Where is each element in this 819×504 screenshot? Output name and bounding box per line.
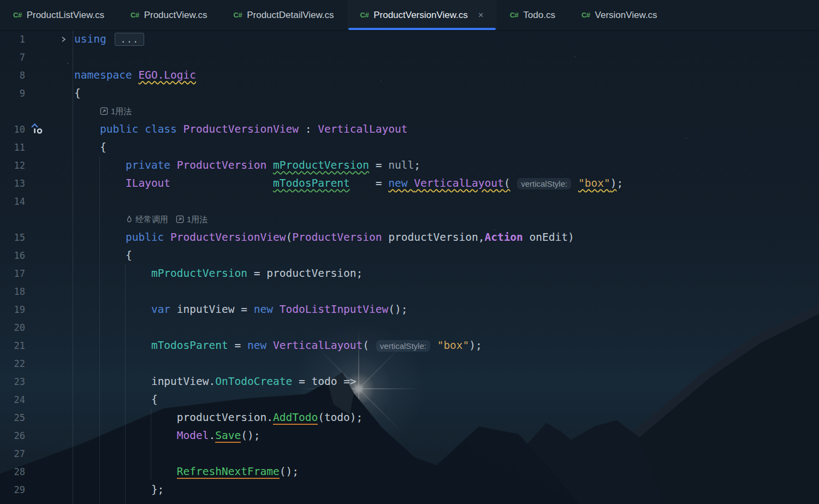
csharp-icon: C# <box>360 11 369 19</box>
token-sp <box>74 159 126 171</box>
code-line: 8namespace EGO.Logic <box>0 66 819 84</box>
code-line: 28 RefreshNextFrame(); <box>0 463 819 481</box>
gutter-icons <box>25 282 73 300</box>
code-text: private ProductVersion mProductVersion =… <box>73 156 420 174</box>
gutter-icons <box>25 300 73 318</box>
code-editor[interactable]: 1using ...78namespace EGO.Logic9{1用法10 p… <box>0 30 819 504</box>
gutter-icons <box>25 372 73 390</box>
token-plain: = todo => <box>292 375 356 388</box>
line-number: 20 <box>0 322 25 333</box>
token-sp <box>74 411 177 424</box>
token-sp <box>74 429 177 442</box>
line-number: 27 <box>0 448 25 459</box>
code-text: RefreshNextFrame(); <box>73 463 299 481</box>
token-kw: public <box>126 231 170 244</box>
close-icon[interactable]: × <box>478 10 484 20</box>
token-plain: = <box>350 177 388 189</box>
code-line: 24 { <box>0 390 819 408</box>
token-plain: ) <box>610 177 617 189</box>
token-plain: . <box>209 429 216 442</box>
token-plain: { <box>74 87 81 99</box>
tab-versionview-cs[interactable]: C#VersionView.cs <box>568 0 670 30</box>
fold-arrow-icon[interactable] <box>60 35 67 43</box>
tab-productversionview-cs[interactable]: C#ProductVersionView.cs× <box>347 0 497 30</box>
line-number: 9 <box>0 88 25 99</box>
code-line: 25 productVersion.AddTodo(todo); <box>0 408 819 426</box>
token-plain: (); <box>280 465 299 478</box>
code-line: 1using ... <box>0 30 819 48</box>
code-line: 13 ILayout mTodosParent = new VerticalLa… <box>0 174 819 192</box>
line-number: 25 <box>0 412 25 423</box>
code-lens-row[interactable]: 经常调用1用法 <box>0 210 819 228</box>
gutter-icons <box>25 481 73 499</box>
gutter-icons <box>25 246 73 264</box>
csharp-icon: C# <box>581 11 590 19</box>
code-line: 15 public ProductVersionView(ProductVers… <box>0 228 819 246</box>
token-sp <box>510 177 517 189</box>
tab-todo-cs[interactable]: C#Todo.cs <box>497 0 568 30</box>
token-hint: verticalStyle: <box>376 340 430 352</box>
lens-text: 1用法 <box>73 102 132 120</box>
code-text: namespace EGO.Logic <box>73 66 196 84</box>
gutter-icons <box>25 30 73 48</box>
token-plain: { <box>74 141 106 153</box>
tab-productview-cs[interactable]: C#ProductView.cs <box>117 0 221 30</box>
token-plain: productVersion. <box>177 411 273 424</box>
line-number: 1 <box>0 34 25 45</box>
code-text: { <box>73 84 81 102</box>
gutter-icons <box>25 354 73 372</box>
token-plain: { <box>74 249 132 262</box>
token-field: OnTodoCreate <box>215 375 292 388</box>
token-kw: using <box>74 33 112 45</box>
token-plain: onEdit) <box>523 231 574 244</box>
token-method: AddTodo <box>273 411 318 425</box>
line-number: 8 <box>0 70 25 81</box>
line-number: 14 <box>0 196 25 207</box>
code-line: 18 <box>0 282 819 300</box>
code-lines: 1using ...78namespace EGO.Logic9{1用法10 p… <box>0 30 819 499</box>
code-line: 23 inputView.OnTodoCreate = todo => <box>0 372 819 390</box>
token-foldbox[interactable]: ... <box>115 33 144 46</box>
csharp-icon: C# <box>13 11 22 19</box>
lens-text: 经常调用1用法 <box>73 210 207 228</box>
code-text: }; <box>73 481 164 499</box>
code-line: 19 var inputView = new TodoListInputView… <box>0 300 819 318</box>
gutter-icons <box>25 156 73 174</box>
tab-label: VersionView.cs <box>595 10 657 21</box>
token-sp <box>74 465 177 478</box>
token-type: ProductVersion <box>177 159 273 171</box>
active-tab-underline <box>348 28 496 30</box>
token-lens: 1用法 <box>187 210 207 228</box>
gutter-icons <box>25 66 73 84</box>
code-text: mProductVersion = productVersion; <box>73 264 363 282</box>
token-sp <box>74 231 126 244</box>
tab-label: ProductDetailView.cs <box>247 10 334 21</box>
code-line: 17 mProductVersion = productVersion; <box>0 264 819 282</box>
gutter-icons <box>25 192 73 210</box>
code-lens-row[interactable]: 1用法 <box>0 102 819 120</box>
token-kw: private <box>126 159 177 171</box>
code-line: 20 <box>0 318 819 336</box>
code-line: 7 <box>0 48 819 66</box>
token-plain: : <box>299 123 318 135</box>
token-type: VerticalLayout <box>414 177 503 189</box>
code-text: Model.Save(); <box>73 426 260 444</box>
token-sp <box>74 177 126 189</box>
line-number: 21 <box>0 340 25 351</box>
token-type: Model <box>177 429 209 442</box>
token-sp <box>74 303 151 316</box>
token-typeb: Action <box>484 231 523 244</box>
token-sp <box>74 375 151 388</box>
token-plain: = productVersion; <box>247 267 363 280</box>
code-line: 14 <box>0 192 819 210</box>
tab-productdetailview-cs[interactable]: C#ProductDetailView.cs <box>221 0 347 30</box>
gutter-icons <box>25 174 73 192</box>
gutter-icons <box>25 120 73 138</box>
code-text: public class ProductVersionView : Vertic… <box>73 120 408 138</box>
token-plain: productVersion, <box>382 231 485 244</box>
line-number: 15 <box>0 232 25 243</box>
token-sp <box>170 177 273 189</box>
code-line: 16 { <box>0 246 819 264</box>
tab-productlistview-cs[interactable]: C#ProductListView.cs <box>0 0 117 30</box>
token-plain: (); <box>241 429 260 442</box>
